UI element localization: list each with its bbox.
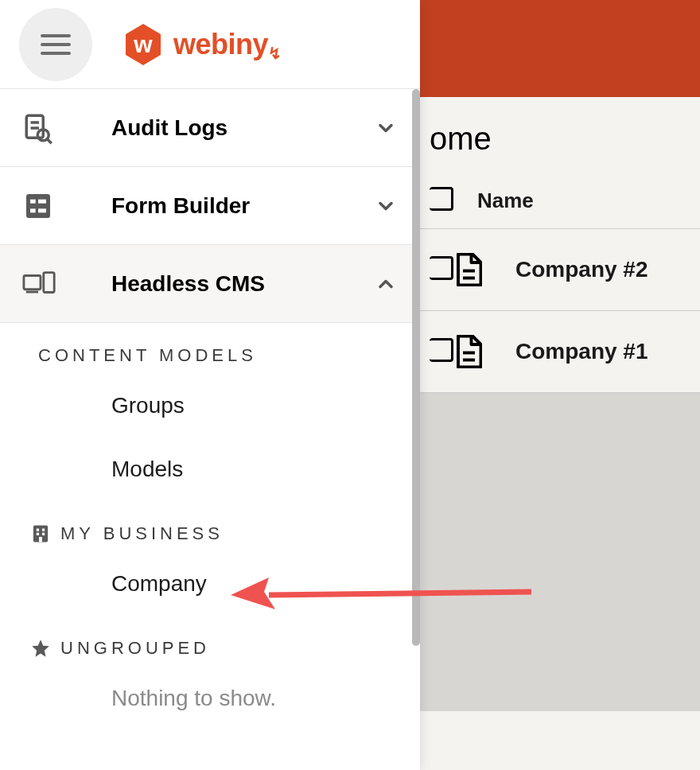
logo-text: webiny↯ (173, 28, 282, 61)
checkbox-cell (430, 256, 453, 283)
svg-line-9 (48, 139, 52, 143)
headless-cms-icon (22, 270, 57, 298)
star-icon (30, 638, 51, 659)
svg-rect-14 (38, 208, 46, 212)
sidebar-header: w webiny↯ (0, 0, 420, 89)
svg-rect-10 (26, 194, 50, 218)
doc-icon-cell (453, 253, 501, 286)
nav-label: Form Builder (111, 193, 374, 219)
chevron-up-icon (374, 273, 398, 295)
scrollbar-thumb[interactable] (412, 89, 420, 646)
sub-item-company[interactable]: Company (0, 552, 420, 616)
row-name: Company #1 (515, 339, 648, 364)
empty-state-text: Nothing to show. (0, 667, 420, 730)
brand-logo[interactable]: w webiny↯ (122, 22, 282, 67)
svg-rect-23 (39, 537, 42, 542)
audit-logs-icon (22, 111, 57, 145)
table-header: Name (382, 173, 700, 229)
sub-item-models[interactable]: Models (0, 438, 420, 501)
document-icon (453, 335, 482, 368)
sidebar-scrollbar[interactable] (412, 89, 420, 646)
document-icon (453, 253, 482, 286)
column-header-name[interactable]: Name (477, 189, 534, 213)
sub-item-groups[interactable]: Groups (0, 374, 420, 438)
sidebar-drawer: w webiny↯ Audit Logs (0, 0, 420, 770)
checkbox-header-cell (430, 187, 477, 214)
svg-rect-19 (37, 529, 39, 531)
row-checkbox[interactable] (430, 338, 453, 362)
svg-rect-16 (44, 272, 54, 292)
building-icon (30, 523, 51, 544)
section-label-text: UNGROUPED (60, 638, 210, 659)
nav-item-form-builder[interactable]: Form Builder (0, 167, 420, 245)
page-title: ome (382, 97, 700, 173)
content-area: ome Name Company #2 (382, 97, 700, 770)
row-name: Company #2 (515, 257, 648, 282)
svg-text:w: w (133, 31, 153, 57)
row-checkbox[interactable] (430, 256, 453, 280)
svg-rect-22 (42, 533, 45, 535)
form-builder-icon (22, 190, 57, 222)
logo-hex-icon: w (122, 22, 164, 67)
svg-rect-15 (24, 275, 41, 289)
svg-rect-21 (37, 533, 39, 535)
svg-rect-11 (30, 199, 36, 203)
svg-rect-12 (38, 199, 46, 203)
chevron-down-icon (374, 117, 398, 139)
hamburger-icon (41, 34, 71, 55)
select-all-checkbox[interactable] (430, 187, 453, 211)
svg-rect-17 (26, 290, 38, 293)
nav-item-headless-cms[interactable]: Headless CMS (0, 245, 420, 323)
chevron-down-icon (374, 195, 398, 217)
nav-item-audit-logs[interactable]: Audit Logs (0, 89, 420, 167)
checkbox-cell (430, 338, 453, 365)
section-content-models: CONTENT MODELS (0, 323, 420, 374)
svg-rect-13 (30, 208, 36, 212)
below-table-area (382, 393, 700, 711)
section-ungrouped: UNGROUPED (0, 616, 420, 667)
doc-icon-cell (453, 335, 501, 368)
nav-label: Headless CMS (111, 271, 374, 297)
section-my-business: MY BUSINESS (0, 501, 420, 552)
svg-rect-20 (42, 529, 45, 531)
nav-label: Audit Logs (111, 115, 374, 141)
hamburger-button[interactable] (19, 8, 92, 81)
table-row[interactable]: Company #2 (382, 229, 700, 311)
section-label-text: MY BUSINESS (60, 523, 224, 544)
table-row[interactable]: Company #1 (382, 311, 700, 393)
